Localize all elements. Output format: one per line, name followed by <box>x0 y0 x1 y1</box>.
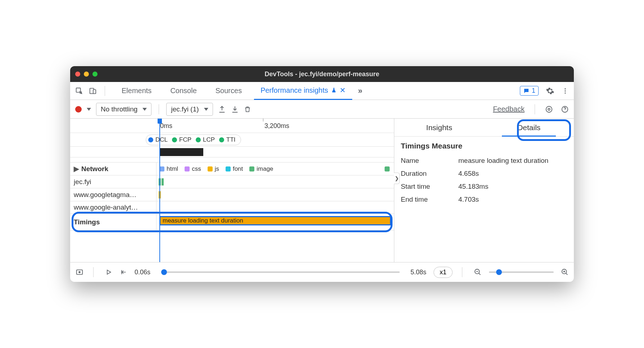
detail-row: Duration4.658s <box>401 170 567 178</box>
panel-settings-icon[interactable] <box>545 105 553 113</box>
host-label: jec.fyi <box>70 175 157 188</box>
detail-key: Duration <box>401 170 458 178</box>
traffic-lights <box>75 72 97 77</box>
record-options-dropdown[interactable] <box>87 108 91 111</box>
network-host-row[interactable]: www.google-analyt… <box>70 201 394 214</box>
devtools-window: DevTools - jec.fyi/demo/perf-measure Ele… <box>70 66 574 282</box>
network-host-row[interactable]: jec.fyi <box>70 175 394 188</box>
zoom-thumb[interactable] <box>496 269 502 275</box>
detail-value: measure loading text duration <box>458 157 567 165</box>
zoom-slider[interactable] <box>489 271 554 273</box>
minimize-window-button[interactable] <box>84 72 89 77</box>
detail-row: End time4.703s <box>401 196 567 203</box>
host-label: www.googletagma… <box>70 188 157 201</box>
export-icon[interactable] <box>218 105 226 113</box>
perf-toolbar: No throttling jec.fyi (1) Feedback <box>70 100 574 119</box>
kebab-menu-icon[interactable] <box>562 87 569 95</box>
network-legend: html css js font image <box>157 162 394 175</box>
swatch-icon <box>208 166 213 171</box>
tab-sources[interactable]: Sources <box>209 82 248 100</box>
swatch-icon <box>185 166 190 171</box>
detail-row: Start time45.183ms <box>401 183 567 191</box>
playback-speed-chip[interactable]: x1 <box>434 267 453 278</box>
legend-label: css <box>192 165 201 173</box>
inspect-element-icon[interactable] <box>75 87 83 95</box>
timeline-pane: 0ms 3,200ms DCL FCP LCP TTI ▶ Network <box>70 119 394 262</box>
preview-toggle-icon[interactable] <box>75 268 84 276</box>
record-button[interactable] <box>75 106 82 113</box>
close-tab-icon[interactable]: ✕ <box>340 86 346 95</box>
metric-label: LCP <box>203 136 215 143</box>
divider <box>159 104 159 114</box>
tab-label: Details <box>517 123 540 132</box>
more-tabs-icon[interactable]: » <box>358 86 362 96</box>
tab-details[interactable]: Details <box>484 119 574 136</box>
tab-label: Performance insights <box>260 86 328 95</box>
swatch-icon <box>385 166 390 171</box>
close-window-button[interactable] <box>75 72 80 77</box>
delete-icon[interactable] <box>244 105 251 113</box>
gear-icon[interactable] <box>546 87 554 95</box>
metric-label: TTI <box>226 136 236 143</box>
chevron-down-icon <box>142 108 147 111</box>
issues-button[interactable]: 1 <box>520 86 539 96</box>
main-area: 0ms 3,200ms DCL FCP LCP TTI ▶ Network <box>70 119 574 262</box>
speed-label: x1 <box>440 269 446 276</box>
ruler-tick-label: 0ms <box>160 122 172 130</box>
tab-label: Console <box>170 87 196 95</box>
timings-measure-bar[interactable]: measure loading text duration <box>159 216 391 225</box>
chat-icon <box>523 88 530 94</box>
device-toggle-icon[interactable] <box>89 87 97 95</box>
host-label: www.google-analyt… <box>70 201 157 214</box>
overview-block <box>160 148 203 156</box>
scrubber-thumb[interactable] <box>161 269 167 275</box>
divider <box>93 267 94 277</box>
network-host-row[interactable]: www.googletagma… <box>70 188 394 201</box>
swatch-icon <box>226 166 231 171</box>
timings-row-label: Timings <box>70 214 157 230</box>
throttling-label: No throttling <box>101 105 137 113</box>
network-row-label: ▶ Network <box>70 162 157 175</box>
play-icon[interactable] <box>105 269 112 276</box>
dot-icon <box>219 137 224 142</box>
tab-label: Elements <box>122 87 151 95</box>
metric-label: FCP <box>179 136 191 143</box>
maximize-window-button[interactable] <box>92 72 97 77</box>
timings-row[interactable]: Timings measure loading text duration <box>70 214 394 230</box>
go-to-start-icon[interactable] <box>119 269 127 276</box>
detail-key: Start time <box>401 183 458 191</box>
collapse-handle[interactable]: ❯ <box>394 173 400 184</box>
legend-label: html <box>167 165 178 173</box>
metric-label: DCL <box>155 136 168 143</box>
divider <box>535 104 535 114</box>
legend-label: js <box>215 165 219 173</box>
legend-label: font <box>233 165 243 173</box>
tab-performance-insights[interactable]: Performance insights ✕ <box>254 82 352 100</box>
help-icon[interactable] <box>561 105 569 113</box>
tab-insights[interactable]: Insights <box>394 119 484 136</box>
tab-console[interactable]: Console <box>164 82 203 100</box>
tab-elements[interactable]: Elements <box>115 82 158 100</box>
recording-select[interactable]: jec.fyi (1) <box>166 103 213 116</box>
window-title: DevTools - jec.fyi/demo/perf-measure <box>70 70 574 78</box>
playhead[interactable] <box>159 119 160 262</box>
overview-strip[interactable] <box>70 147 394 157</box>
throttling-select[interactable]: No throttling <box>96 103 151 116</box>
legend-label: image <box>257 165 273 173</box>
timeline-start-label: 0.06s <box>135 269 150 276</box>
timeline-scrubber[interactable] <box>161 271 400 273</box>
issues-count: 1 <box>532 87 535 95</box>
request-bar[interactable] <box>162 178 164 186</box>
svg-point-3 <box>564 88 566 89</box>
feedback-link[interactable]: Feedback <box>493 105 525 113</box>
swatch-icon <box>159 166 164 171</box>
zoom-in-icon[interactable] <box>561 268 569 276</box>
timeline-ruler[interactable]: 0ms 3,200ms <box>70 119 394 133</box>
zoom-out-icon[interactable] <box>474 268 482 276</box>
import-icon[interactable] <box>231 105 239 113</box>
network-header-row[interactable]: ▶ Network html css js font image <box>70 162 394 175</box>
ruler-tick: 3,200ms <box>264 119 289 133</box>
dot-icon <box>172 137 177 142</box>
tab-label: Sources <box>216 87 242 95</box>
timeline-end-label: 5.08s <box>411 269 426 276</box>
